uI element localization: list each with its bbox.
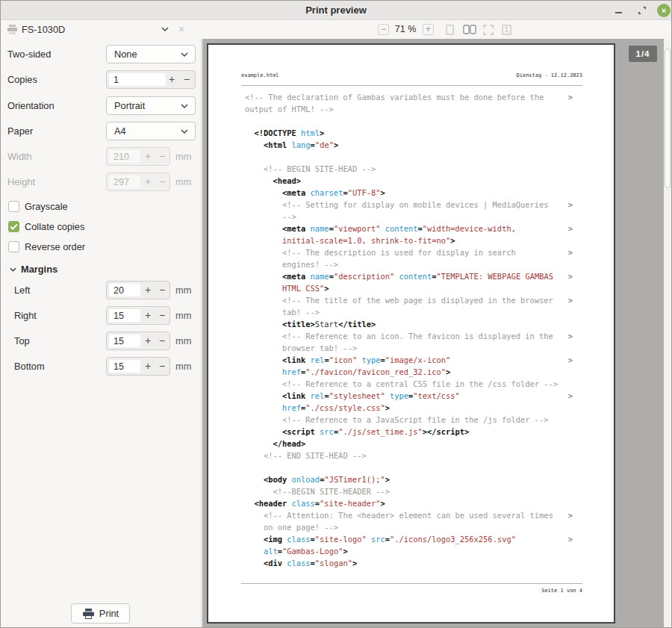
code-line: <!-- END SITE-HEAD --> xyxy=(245,450,582,461)
line-wrap-marker: > xyxy=(568,533,573,545)
settings-panel: Two-sided None Copies 1 + − Orientation … xyxy=(1,39,202,627)
printer-name: FS-1030D xyxy=(22,20,65,39)
margin-top-row: Top 15 + − mm xyxy=(1,332,201,350)
line-wrap-marker: > xyxy=(568,91,573,103)
margin-top-decrement-button[interactable]: − xyxy=(155,332,169,349)
copies-row: Copies 1 + − xyxy=(1,70,201,89)
header-rule xyxy=(241,85,582,86)
collate-checkbox[interactable] xyxy=(8,221,19,232)
margin-top-spinner[interactable]: 15 + − xyxy=(106,332,170,350)
two-sided-row: Two-sided None xyxy=(1,45,201,63)
code-line: <meta charset="UTF-8"> xyxy=(245,187,582,199)
document-page: example.html Dienstag - 12.12.2023 <!-- … xyxy=(207,43,615,624)
chevron-down-icon xyxy=(10,267,16,272)
line-wrap-marker: > xyxy=(568,246,573,258)
orientation-select[interactable]: Portrait xyxy=(106,96,196,115)
code-line: HTML CSS"> xyxy=(245,282,582,294)
copies-input[interactable]: 1 xyxy=(109,73,166,86)
paper-row: Paper A4 xyxy=(1,122,201,140)
facing-pages-view-button[interactable] xyxy=(463,24,476,35)
reverse-order-checkbox[interactable] xyxy=(8,241,19,252)
close-button[interactable]: × xyxy=(655,1,672,20)
preview-scrollbar[interactable] xyxy=(664,39,671,627)
height-unit: mm xyxy=(175,172,191,191)
zoom-out-button[interactable]: − xyxy=(378,24,389,35)
margin-left-decrement-button[interactable]: − xyxy=(155,282,169,299)
printer-icon xyxy=(82,609,95,619)
print-button[interactable]: Print xyxy=(71,603,130,624)
two-sided-label: Two-sided xyxy=(7,45,51,63)
width-row: Width 210 + − mm xyxy=(1,147,201,166)
code-line: <!-- Reference to a JavaScript file in t… xyxy=(245,414,582,426)
fit-page-button[interactable] xyxy=(483,24,494,35)
page-indicator-badge: 1/4 xyxy=(629,46,657,62)
copies-increment-button[interactable]: + xyxy=(165,71,178,88)
code-line: on one page! --> xyxy=(245,521,582,533)
grayscale-label: Grayscale xyxy=(25,201,68,213)
line-wrap-marker: > xyxy=(568,509,573,521)
margin-left-spinner[interactable]: 20 + − xyxy=(106,281,170,299)
code-line: <header class="site-header"> xyxy=(245,497,582,509)
margin-bottom-spinner[interactable]: 15 + − xyxy=(106,357,170,376)
restore-button[interactable] xyxy=(633,1,651,20)
margin-left-input[interactable]: 20 xyxy=(109,284,140,296)
printer-clear-icon[interactable]: × xyxy=(178,20,184,38)
margin-left-increment-button[interactable]: + xyxy=(141,282,155,299)
two-sided-select[interactable]: None xyxy=(106,45,196,63)
line-wrap-marker: > xyxy=(568,294,573,306)
code-line xyxy=(245,151,582,163)
height-spinner: 297 + − xyxy=(106,172,170,191)
margin-right-spinner[interactable]: 15 + − xyxy=(106,306,170,325)
page-footer: Seite 1 von 4 xyxy=(541,588,582,594)
margin-bottom-row: Bottom 15 + − mm xyxy=(1,357,201,376)
document-filename: example.html xyxy=(241,72,279,78)
printer-selector[interactable]: FS-1030D × xyxy=(1,20,202,39)
reverse-order-label: Reverse order xyxy=(25,241,85,253)
printer-icon xyxy=(7,25,18,35)
grayscale-row: Grayscale xyxy=(1,201,201,213)
document-date: Dienstag - 12.12.2023 xyxy=(516,72,582,78)
code-line: <link rel="icon" type="image/x-icon"> xyxy=(245,354,582,366)
titlebar: Print preview × xyxy=(1,1,671,20)
code-line: <script src="./js/set_time.js"></script> xyxy=(245,426,582,438)
margin-bottom-label: Bottom xyxy=(14,357,45,376)
copies-decrement-button[interactable]: − xyxy=(180,71,193,88)
margin-bottom-unit: mm xyxy=(175,357,191,376)
margin-right-label: Right xyxy=(14,306,37,325)
code-line: initial-scale=1.0, shrink-to-fit=no"> xyxy=(245,234,582,246)
scrollbar-thumb[interactable] xyxy=(665,49,671,188)
copies-label: Copies xyxy=(7,70,37,89)
chevron-down-icon[interactable] xyxy=(161,27,169,31)
orientation-label: Orientation xyxy=(7,96,55,115)
code-line: <!-- Attention: The <header> element can… xyxy=(245,509,582,521)
margin-right-increment-button[interactable]: + xyxy=(141,307,155,324)
margin-right-decrement-button[interactable]: − xyxy=(155,307,169,324)
single-page-view-button[interactable] xyxy=(446,24,454,35)
reverse-order-row: Reverse order xyxy=(1,241,201,253)
grayscale-checkbox[interactable] xyxy=(8,201,19,212)
margin-bottom-increment-button[interactable]: + xyxy=(141,358,155,375)
margin-right-input[interactable]: 15 xyxy=(109,309,140,322)
close-icon: × xyxy=(657,4,671,17)
code-line: --> xyxy=(245,211,582,223)
margins-section-header[interactable]: Margins xyxy=(1,263,201,276)
margin-bottom-input[interactable]: 15 xyxy=(109,360,140,373)
line-wrap-marker: > xyxy=(568,390,573,402)
margin-bottom-decrement-button[interactable]: − xyxy=(155,358,169,375)
copies-spinner[interactable]: 1 + − xyxy=(106,70,196,89)
height-label: Height xyxy=(7,172,35,191)
toolbar: FS-1030D × − 71 % + xyxy=(1,20,671,39)
line-wrap-marker: > xyxy=(568,223,573,234)
minimize-button[interactable] xyxy=(609,1,627,20)
paper-select[interactable]: A4 xyxy=(106,122,196,140)
actual-size-button[interactable]: 1 xyxy=(502,24,511,35)
preview-area: example.html Dienstag - 12.12.2023 <!-- … xyxy=(202,39,671,627)
fit-page-icon xyxy=(483,25,494,35)
margin-top-increment-button[interactable]: + xyxy=(141,332,155,349)
print-button-label: Print xyxy=(99,608,119,619)
margin-left-unit: mm xyxy=(175,281,191,299)
line-wrap-marker: > xyxy=(568,330,573,342)
code-line: <meta name="viewport" content="width=dev… xyxy=(245,223,582,234)
margin-top-input[interactable]: 15 xyxy=(109,335,140,347)
zoom-in-button[interactable]: + xyxy=(423,24,434,35)
